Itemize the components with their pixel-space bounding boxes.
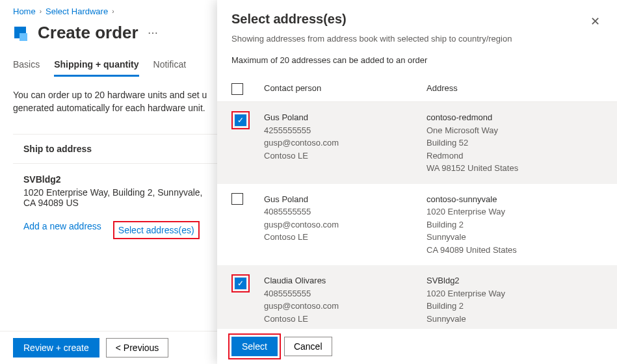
row-checkbox[interactable]: ✓ — [235, 278, 246, 289]
chevron-right-icon: › — [112, 8, 114, 15]
tab-basics[interactable]: Basics — [13, 59, 40, 77]
address-line: Building 52 — [427, 136, 603, 150]
panel-note: Maximum of 20 addresses can be added to … — [231, 55, 603, 65]
more-actions-button[interactable]: ⋯ — [145, 27, 161, 39]
contact-name: Gus Poland — [264, 111, 427, 124]
address-row[interactable]: ✓ Claudia Olivares 4085555555 gusp@conto… — [217, 265, 617, 329]
previous-button[interactable]: < Previous — [106, 338, 169, 358]
contact-email: gusp@contoso.com — [264, 218, 427, 231]
address-line: 1020 Enterprise Way — [427, 205, 603, 218]
contact-org: Contoso LE — [264, 150, 427, 162]
tab-shipping-quantity[interactable]: Shipping + quantity — [54, 59, 138, 77]
address-city: Redmond — [427, 150, 603, 162]
address-line: One Microsoft Way — [427, 124, 603, 137]
address-row[interactable]: ✓ Gus Poland 4255555555 gusp@contoso.com… — [217, 102, 617, 184]
svg-rect-1 — [20, 33, 27, 41]
row-checkbox[interactable] — [231, 193, 243, 205]
contact-phone: 4255555555 — [264, 124, 427, 137]
address-city: Sunnyvale — [427, 231, 603, 244]
contact-org: Contoso LE — [264, 313, 427, 326]
address-region: CA 94089 United States — [427, 244, 603, 257]
contact-org: Contoso LE — [264, 231, 427, 244]
tab-notifications[interactable]: Notificat — [153, 59, 187, 77]
select-addresses-link[interactable]: Select address(es) — [118, 225, 194, 235]
breadcrumb-select-hardware[interactable]: Select Hardware — [46, 6, 108, 16]
address-name: SVBldg2 — [427, 274, 603, 287]
column-address: Address — [427, 83, 603, 95]
table-header: Contact person Address — [217, 72, 617, 102]
page-title: Create order — [38, 23, 138, 43]
address-line: Building 2 — [427, 300, 603, 313]
close-icon[interactable]: ✕ — [588, 12, 603, 31]
contact-email: gusp@contoso.com — [264, 136, 427, 150]
select-addresses-panel: Select address(es) ✕ Showing addresses f… — [217, 0, 617, 364]
panel-footer: Select Cancel — [217, 329, 617, 364]
cancel-button[interactable]: Cancel — [284, 337, 332, 356]
select-all-checkbox[interactable] — [231, 83, 243, 95]
order-icon — [13, 24, 31, 42]
address-line: 1020 Enterprise Way — [427, 287, 603, 300]
address-row[interactable]: Gus Poland 4085555555 gusp@contoso.com C… — [217, 184, 617, 266]
address-line: Building 2 — [427, 218, 603, 231]
contact-email: gusp@contoso.com — [264, 300, 427, 313]
row-checkbox[interactable]: ✓ — [235, 114, 246, 126]
column-contact: Contact person — [264, 83, 427, 95]
contact-phone: 4085555555 — [264, 205, 427, 218]
address-region: WA 98152 United States — [427, 162, 603, 175]
panel-title: Select address(es) — [231, 12, 347, 27]
address-city: Sunnyvale — [427, 313, 603, 326]
review-create-button[interactable]: Review + create — [13, 338, 99, 358]
contact-phone: 4085555555 — [264, 287, 427, 300]
breadcrumb-home[interactable]: Home — [13, 6, 36, 16]
chevron-right-icon: › — [40, 8, 42, 15]
address-name: contoso-sunnyvale — [427, 193, 603, 206]
add-new-address-link[interactable]: Add a new address — [23, 221, 101, 239]
select-button[interactable]: Select — [231, 337, 278, 356]
address-name: contoso-redmond — [427, 111, 603, 124]
contact-name: Claudia Olivares — [264, 274, 427, 287]
panel-subtitle: Showing addresses from address book with… — [231, 34, 603, 44]
contact-name: Gus Poland — [264, 193, 427, 206]
